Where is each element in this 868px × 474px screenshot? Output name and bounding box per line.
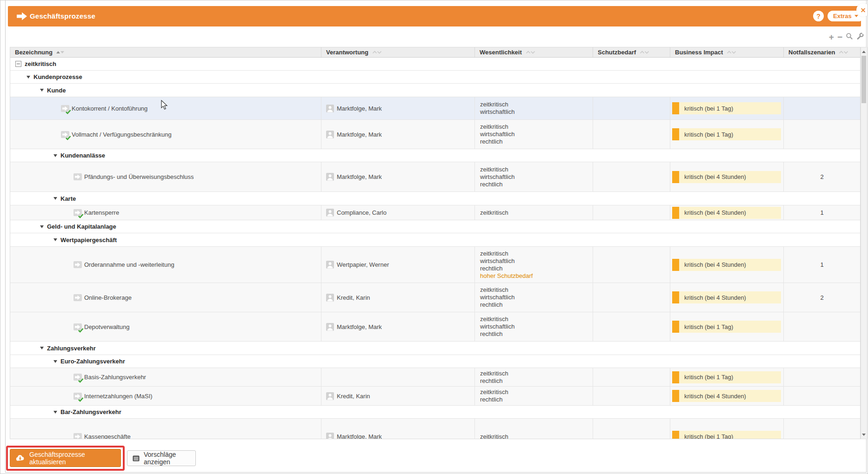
cell-bezeichnung[interactable]: Orderannahme und -weiterleitung	[10, 247, 321, 283]
column-header-wesentlichkeit[interactable]: Wesentlichkeit	[475, 47, 593, 57]
cell-schutzbedarf[interactable]	[593, 205, 670, 220]
collapse-minus-icon[interactable]	[15, 61, 21, 67]
cell-verantwortung[interactable]	[321, 368, 475, 386]
cell-wesentlichkeit[interactable]: zeitkritischwirtschaftlichrechtlich	[475, 162, 593, 191]
tree-expand-icon[interactable]	[53, 154, 57, 157]
cell-wesentlichkeit[interactable]: zeitkritischrechtlich	[475, 368, 593, 386]
show-suggestions-button[interactable]: Vorschläge anzeigen	[127, 450, 196, 466]
cell-verantwortung[interactable]: Wertpapier, Werner	[321, 247, 475, 283]
tree-expand-icon[interactable]	[40, 347, 44, 349]
column-header-business-impact[interactable]: Business Impact	[670, 47, 784, 57]
cell-bezeichnung[interactable]: Depotverwaltung	[10, 312, 321, 341]
cell-notfallszenarien[interactable]: 2	[784, 283, 860, 312]
cell-notfallszenarien[interactable]	[784, 387, 860, 405]
expand-all-button[interactable]: +	[829, 33, 834, 41]
tree-node-row[interactable]: Geld- und Kapitalanlage	[10, 220, 860, 233]
cell-verantwortung[interactable]: Marktfolge, Mark	[321, 97, 475, 119]
table-row[interactable]: KartensperreCompliance, Carlozeitkritisc…	[10, 205, 860, 220]
cell-verantwortung[interactable]: Kredit, Karin	[321, 387, 475, 405]
vertical-scrollbar[interactable]	[861, 47, 867, 439]
cell-bezeichnung[interactable]: Vollmacht / Verfügungsbeschränkung	[10, 120, 321, 149]
tree-expand-icon[interactable]	[27, 76, 30, 79]
tree-expand-icon[interactable]	[40, 225, 44, 228]
column-header-schutzbedarf[interactable]: Schutzbedarf	[593, 47, 670, 57]
tree-expand-icon[interactable]	[40, 89, 44, 92]
table-row[interactable]: Pfändungs- und ÜberweisungsbeschlussMark…	[10, 162, 860, 192]
column-header-notfallszenarien[interactable]: Notfallszenarien	[784, 47, 860, 57]
cell-business-impact[interactable]: kritisch (bei 1 Tag)	[670, 419, 784, 439]
tree-node-row[interactable]: Kundenprozesse	[10, 71, 860, 84]
cell-wesentlichkeit[interactable]: zeitkritisch	[475, 419, 593, 439]
column-header-bezeichnung[interactable]: Bezeichnung	[10, 47, 321, 57]
scroll-down-button[interactable]	[861, 431, 867, 438]
cell-verantwortung[interactable]: Kredit, Karin	[321, 283, 475, 312]
close-button[interactable]: ✕	[856, 3, 868, 17]
cell-business-impact[interactable]: kritisch (bei 1 Tag)	[670, 312, 784, 341]
table-row[interactable]: Kontokorrent / KontoführungMarktfolge, M…	[10, 97, 860, 120]
cell-wesentlichkeit[interactable]: zeitkritischwirtschaftlichrechtlich	[475, 312, 593, 341]
cell-schutzbedarf[interactable]	[593, 247, 670, 283]
cell-notfallszenarien[interactable]	[784, 97, 860, 119]
cell-business-impact[interactable]: kritisch (bei 4 Stunden)	[670, 162, 784, 191]
table-row[interactable]: KassengeschäfteMarktfolge, Markzeitkriti…	[10, 419, 860, 439]
scrollbar-thumb[interactable]	[861, 56, 866, 103]
cell-wesentlichkeit[interactable]: zeitkritischwirtschaftlich	[475, 97, 593, 119]
cell-notfallszenarien[interactable]	[784, 368, 860, 386]
cell-schutzbedarf[interactable]	[593, 368, 670, 386]
table-row[interactable]: DepotverwaltungMarktfolge, Markzeitkriti…	[10, 312, 860, 342]
tree-node-row[interactable]: Wertpapiergeschäft	[10, 233, 860, 247]
table-row[interactable]: Internetzahlungen (MaSI)Kredit, Karinzei…	[10, 387, 860, 406]
column-header-verantwortung[interactable]: Verantwortung	[321, 47, 475, 57]
cell-bezeichnung[interactable]: Pfändungs- und Überweisungsbeschluss	[10, 162, 321, 191]
sort-chevrons-icon[interactable]	[526, 50, 535, 54]
table-row[interactable]: Online-BrokerageKredit, Karinzeitkritisc…	[10, 283, 860, 312]
tree-expand-icon[interactable]	[53, 197, 57, 200]
cell-schutzbedarf[interactable]	[593, 283, 670, 312]
cell-schutzbedarf[interactable]	[593, 312, 670, 341]
cell-business-impact[interactable]: kritisch (bei 4 Stunden)	[670, 283, 784, 312]
tree-expand-icon[interactable]	[53, 360, 57, 363]
cell-verantwortung[interactable]: Marktfolge, Mark	[321, 312, 475, 341]
table-row[interactable]: Orderannahme und -weiterleitungWertpapie…	[10, 247, 860, 283]
search-icon[interactable]	[846, 33, 853, 42]
collapse-all-button[interactable]: −	[837, 33, 842, 41]
cell-bezeichnung[interactable]: Kassengeschäfte	[10, 419, 321, 439]
settings-wrench-icon[interactable]	[856, 33, 864, 42]
tree-node-row[interactable]: Kunde	[10, 84, 860, 97]
cell-schutzbedarf[interactable]	[593, 97, 670, 119]
sort-chevrons-icon[interactable]	[727, 50, 736, 54]
cell-bezeichnung[interactable]: Basis-Zahlungsverkehr	[10, 368, 321, 386]
cell-notfallszenarien[interactable]: 1	[784, 247, 860, 283]
cell-business-impact[interactable]: kritisch (bei 1 Tag)	[670, 97, 784, 119]
cell-notfallszenarien[interactable]: 2	[784, 162, 860, 191]
cell-wesentlichkeit[interactable]: zeitkritisch	[475, 205, 593, 220]
cell-bezeichnung[interactable]: Kontokorrent / Kontoführung	[10, 97, 321, 119]
cell-wesentlichkeit[interactable]: zeitkritischwirtschaftlichrechtlich	[475, 283, 593, 312]
sort-chevrons-icon[interactable]	[372, 50, 382, 54]
sort-chevrons-icon[interactable]	[839, 50, 848, 54]
cell-wesentlichkeit[interactable]: zeitkritischrechtlich	[475, 387, 593, 405]
cell-schutzbedarf[interactable]	[593, 387, 670, 405]
table-row[interactable]: Vollmacht / VerfügungsbeschränkungMarktf…	[10, 120, 860, 149]
table-row[interactable]: Basis-Zahlungsverkehrzeitkritischrechtli…	[10, 368, 860, 387]
tree-node-row[interactable]: Bar-Zahlungsverkehr	[10, 406, 860, 419]
scroll-up-button[interactable]	[861, 48, 867, 55]
cell-wesentlichkeit[interactable]: zeitkritischwirtschaftlichrechtlichhoher…	[475, 247, 593, 283]
cell-schutzbedarf[interactable]	[593, 162, 670, 191]
cell-business-impact[interactable]: kritisch (bei 4 Stunden)	[670, 205, 784, 220]
cell-schutzbedarf[interactable]	[593, 419, 670, 439]
cell-business-impact[interactable]: kritisch (bei 4 Stunden)	[670, 247, 784, 283]
cell-notfallszenarien[interactable]	[784, 419, 860, 439]
tree-node-row[interactable]: Zahlungsverkehr	[10, 342, 860, 355]
cell-bezeichnung[interactable]: Kartensperre	[10, 205, 321, 220]
sort-triangles-icon[interactable]	[56, 51, 64, 53]
cell-business-impact[interactable]: kritisch (bei 1 Tag)	[670, 368, 784, 386]
cell-business-impact[interactable]: kritisch (bei 4 Stunden)	[670, 387, 784, 405]
cell-verantwortung[interactable]: Marktfolge, Mark	[321, 419, 475, 439]
tree-expand-icon[interactable]	[53, 238, 57, 241]
cell-bezeichnung[interactable]: Online-Brokerage	[10, 283, 321, 312]
help-button[interactable]: ?	[813, 11, 824, 21]
tree-node-row[interactable]: Kundenanlässe	[10, 149, 860, 162]
update-processes-button[interactable]: Geschäftsprozesse aktualisieren	[10, 449, 121, 467]
cell-verantwortung[interactable]: Marktfolge, Mark	[321, 162, 475, 191]
